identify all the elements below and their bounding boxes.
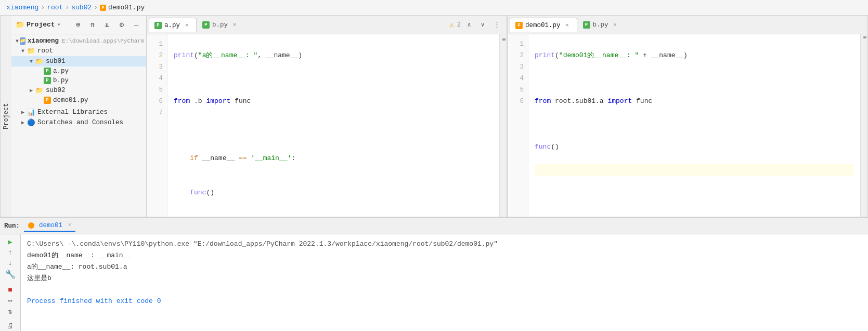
tab-bpy-left[interactable]: P b.py ×	[197, 18, 244, 32]
bottom-panel: Run: demo01 × ▶ ↑ ↓ 🔧 ■ ⇔ ⇅ 🖨	[0, 217, 868, 331]
code-line-7	[174, 210, 493, 217]
bottom-tabs: Run: demo01 ×	[0, 218, 868, 234]
tree-item-sub01[interactable]: ▼ 📁 sub01	[11, 56, 146, 67]
r-code-line-6	[535, 164, 854, 176]
tab-label-demo01: demo01.py	[525, 22, 561, 29]
tree-arrow-sub02: ▶	[28, 87, 34, 94]
lib-icon: 📊	[27, 108, 35, 116]
tree-label-sub02: sub02	[46, 87, 66, 94]
code-content-right[interactable]: print("demo01的__name__: " + __name__) fr…	[528, 34, 860, 217]
minimize-button[interactable]: —	[131, 19, 142, 31]
tab-close-demo01[interactable]: ×	[563, 21, 572, 30]
tree-item-xiaomeng[interactable]: ▼ 📁 xiaomeng E:\download_apps\PyCharm a	[11, 36, 146, 46]
tab-close-apy[interactable]: ×	[183, 21, 191, 30]
r-code-line-2	[535, 73, 854, 84]
breadcrumb-project[interactable]: xiaomeng	[6, 4, 38, 11]
py-icon-bpy: P	[44, 77, 51, 84]
expand-all-button[interactable]: ⇊	[101, 19, 113, 31]
scroll-up-button[interactable]: ↑	[4, 248, 17, 257]
locate-file-button[interactable]: ⊕	[72, 19, 84, 31]
sidebar-toolbar: 📁 Project ▾ ⊕ ⇈ ⇊ ⚙ —	[11, 16, 146, 34]
scroll-down-button[interactable]: ↓	[4, 259, 17, 267]
line-numbers-right: 1 2 3 4 5 6	[508, 34, 528, 217]
breadcrumb-root[interactable]: root	[47, 4, 63, 11]
tab-icon-bpy-right: P	[583, 21, 590, 29]
r-code-line-4	[535, 118, 854, 130]
breadcrumb-file: P demo01.py	[100, 4, 145, 11]
tree-item-external-libs[interactable]: ▶ 📊 External Libraries	[11, 107, 146, 117]
print-button[interactable]: 🖨	[4, 322, 17, 330]
py-icon-apy: P	[44, 68, 51, 75]
console-line-3: 这里是b	[27, 273, 862, 284]
editor-pane-left: P a.py × P b.py × ⚠ 2 ∧ ∨	[147, 16, 507, 217]
folder-icon-sub02: 📁	[35, 86, 44, 95]
tree-label-apy: a.py	[53, 68, 69, 75]
tab-label-apy: a.py	[164, 22, 180, 29]
tree-arrow-extlibs: ▶	[20, 109, 26, 115]
breadcrumb-sep1: ›	[41, 4, 45, 11]
tab-icon-demo01: P	[515, 22, 523, 29]
code-line-4	[174, 118, 493, 130]
soft-wrap-button[interactable]: ⇔	[4, 296, 17, 305]
r-code-line-5: func()	[535, 141, 854, 153]
right-gutter-left	[499, 34, 507, 217]
code-line-1: print("a的__name__: ", __name__)	[174, 50, 493, 61]
tree-label-demo01py: demo01.py	[53, 97, 88, 104]
warning-triangle-icon: ⚠	[449, 20, 454, 29]
tab-bpy-right[interactable]: P b.py ×	[577, 18, 625, 32]
tree-path-xiaomeng: E:\download_apps\PyCharm a	[62, 38, 146, 44]
folder-icon: 📁	[16, 20, 24, 29]
breadcrumb-sep2: ›	[65, 4, 69, 11]
chevron-down-icon[interactable]: ▾	[57, 21, 61, 29]
breadcrumb-sub02[interactable]: sub02	[71, 4, 92, 11]
line-numbers-left: 1 2 3 4 5 6 7	[147, 34, 167, 217]
run-tab-close[interactable]: ×	[68, 222, 71, 228]
tree-item-sub02[interactable]: ▶ 📁 sub02	[11, 85, 146, 96]
editor-menu-button[interactable]: ⋮	[491, 19, 502, 31]
settings-run-button[interactable]: 🔧	[4, 269, 17, 280]
tree-item-bpy[interactable]: ▶ P b.py	[11, 76, 146, 85]
tree-item-scratches[interactable]: ▶ 🔵 Scratches and Consoles	[11, 117, 146, 128]
bottom-toolbar: ▶ ↑ ↓ 🔧 ■ ⇔ ⇅ 🖨	[0, 234, 21, 331]
next-warning-button[interactable]: ∨	[477, 20, 488, 30]
run-tab-icon	[28, 222, 34, 229]
code-line-6: func()	[174, 187, 493, 198]
tree-item-apy[interactable]: ▶ P a.py	[11, 67, 146, 76]
tab-demo01-run[interactable]: demo01 ×	[24, 220, 75, 232]
console-line-cmd: C:\Users\ -\.conda\envs\PY110\python.exe…	[27, 239, 862, 250]
stop-button[interactable]: ■	[4, 286, 17, 294]
tree-label-sub01: sub01	[46, 58, 66, 65]
scratches-icon: 🔵	[27, 118, 35, 127]
collapse-all-button[interactable]: ⇈	[87, 19, 98, 31]
breadcrumb-sep3: ›	[94, 4, 98, 11]
top-section: Project 📁 Project ▾ ⊕ ⇈ ⇊ ⚙ — ▼ 📁	[0, 16, 868, 217]
console-line-success: Process finished with exit code 0	[27, 296, 862, 307]
project-tab[interactable]: Project	[0, 16, 11, 217]
folder-icon-xiaomeng: 📁	[20, 37, 25, 45]
tree-item-root[interactable]: ▼ 📁 root	[11, 46, 146, 56]
tree-arrow-scratches: ▶	[20, 120, 26, 126]
folder-icon-root: 📁	[27, 47, 35, 55]
tree-arrow-sub01: ▼	[28, 58, 34, 64]
warning-count: 2	[457, 21, 461, 29]
demo-icon-demo01: P	[44, 97, 51, 104]
folder-icon-sub01: 📁	[35, 57, 44, 65]
tab-apy[interactable]: P a.py ×	[149, 18, 197, 32]
bottom-content: ▶ ↑ ↓ 🔧 ■ ⇔ ⇅ 🖨 C:\Users\ -\.conda\envs\…	[0, 234, 868, 331]
prev-warning-button[interactable]: ∧	[464, 20, 474, 30]
console-line-2: a的__name__: root.sub01.a	[27, 261, 862, 273]
r-code-line-3: from root.sub01.a import func	[535, 96, 854, 107]
tab-demo01py[interactable]: P demo01.py ×	[510, 18, 577, 32]
tree-label-root: root	[37, 47, 53, 55]
tab-icon-bpy-left: P	[202, 21, 210, 29]
sort-output-button[interactable]: ⇅	[4, 307, 17, 316]
tab-close-bpy-left[interactable]: ×	[230, 21, 239, 29]
run-button[interactable]: ▶	[4, 237, 17, 246]
tab-close-bpy-right[interactable]: ×	[611, 21, 619, 29]
code-content-left[interactable]: print("a的__name__: ", __name__) from .b …	[167, 34, 499, 217]
tree-item-demo01py[interactable]: ▶ P demo01.py	[11, 96, 146, 105]
gutter-marker-right	[863, 36, 866, 38]
tab-label-bpy-left: b.py	[212, 21, 228, 29]
settings-button[interactable]: ⚙	[116, 19, 127, 31]
console-output[interactable]: C:\Users\ -\.conda\envs\PY110\python.exe…	[21, 234, 868, 331]
